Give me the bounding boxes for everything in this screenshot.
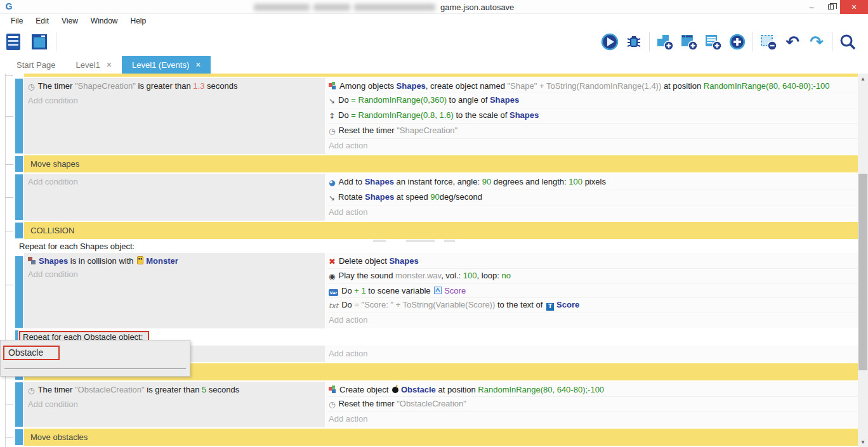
event-drag-bar[interactable] xyxy=(15,256,23,328)
event-block: COLLISION xyxy=(0,222,858,239)
action-line[interactable]: ↘Do = RandomInRange(0,360) to angle of S… xyxy=(327,93,858,108)
field-underline xyxy=(4,368,186,369)
actions-cell: Create object Obstacle at position Rando… xyxy=(325,382,858,427)
tree-tick xyxy=(5,116,13,117)
menu-file[interactable]: File xyxy=(5,15,29,27)
action-line[interactable]: ◷Reset the timer "ObstacleCreation" xyxy=(327,397,858,412)
scroll-down-icon[interactable]: ▼ xyxy=(858,437,868,447)
object-name-field[interactable]: Obstacle xyxy=(3,346,60,360)
search-icon[interactable] xyxy=(838,32,857,51)
event-drag-bar[interactable] xyxy=(15,174,23,220)
vertical-scrollbar[interactable]: ▲ ▼ xyxy=(858,74,868,447)
add-action-button[interactable]: Add action xyxy=(327,412,858,425)
debug-icon[interactable] xyxy=(624,32,643,51)
restore-icon xyxy=(828,4,834,10)
actions-cell: Add action xyxy=(325,346,858,362)
add-comment-icon[interactable] xyxy=(704,32,723,51)
timer-icon: ◷ xyxy=(329,125,335,138)
text-icon: txt xyxy=(329,299,338,313)
window-title-text: game.json.autosave xyxy=(440,3,514,12)
tab-close-icon[interactable]: × xyxy=(107,60,112,70)
scrollbar-thumb[interactable] xyxy=(858,174,867,370)
tree-tick xyxy=(5,285,13,285)
redo-icon[interactable]: ↷ xyxy=(807,32,826,51)
action-line[interactable]: Create object Obstacle at position Rando… xyxy=(327,383,858,397)
toolbar: ↶↷ xyxy=(0,28,868,56)
add-condition-button[interactable]: Add condition xyxy=(27,175,325,188)
tree-tick xyxy=(5,197,13,198)
window-title: game.json.autosave xyxy=(254,3,514,12)
action-line[interactable]: Among objects Shapes, create object name… xyxy=(327,79,858,93)
comment-sliver[interactable] xyxy=(24,74,858,77)
event-sheet: ◷The timer "ShapeCreation" is greater th… xyxy=(0,74,868,447)
tab-bar: Start PageLevel1×Level1 (Events)× xyxy=(0,56,868,74)
play-icon[interactable] xyxy=(600,32,619,51)
delete-icon: ✖ xyxy=(329,255,336,268)
action-line[interactable]: txtDo = "Score: " + ToString(Variable(Sc… xyxy=(327,298,858,313)
tab-close-icon[interactable]: × xyxy=(195,60,201,70)
comment-row[interactable]: COLLISION xyxy=(24,222,858,239)
repeat-header[interactable]: Repeat for each Shapes object: xyxy=(18,240,858,253)
action-line[interactable]: ◉Play the sound monster.wav, vol.: 100, … xyxy=(327,269,858,284)
menu-edit[interactable]: Edit xyxy=(30,15,55,27)
remove-event-icon[interactable] xyxy=(759,32,778,51)
action-line[interactable]: ↕Do = RandomInRange(0.8, 1.6) to the sca… xyxy=(327,108,858,124)
event-drag-bar[interactable] xyxy=(15,79,23,153)
menu-window[interactable]: Window xyxy=(85,15,124,27)
minimize-button[interactable]: – xyxy=(802,0,821,14)
actions-cell: ✖Delete object Shapes◉Play the sound mon… xyxy=(325,253,858,328)
menu-help[interactable]: Help xyxy=(125,15,152,27)
tab-level1-events-[interactable]: Level1 (Events)× xyxy=(122,56,211,74)
action-line[interactable]: VarDo + 1 to scene variable Score xyxy=(327,284,858,298)
add-action-button[interactable]: Add action xyxy=(327,139,858,152)
condition-line[interactable]: ◷The timer "ObstacleCreation" is greater… xyxy=(27,383,325,398)
rotate-icon: ↘ xyxy=(329,191,335,205)
redacted-path xyxy=(354,4,435,11)
event-block: Move obstacles xyxy=(0,429,858,446)
add-action-button[interactable]: Add action xyxy=(327,313,858,327)
timer-icon: ◷ xyxy=(28,81,34,94)
event-block: Add condition◕Add to Shapes an instant f… xyxy=(0,174,858,221)
add-subevent-icon[interactable] xyxy=(680,32,699,51)
menu-view[interactable]: View xyxy=(56,15,84,27)
action-line[interactable]: ↘Rotate Shapes at speed 90deg/second xyxy=(327,190,858,205)
event-row: ◷The timer "ShapeCreation" is greater th… xyxy=(24,78,858,154)
project-manager-icon[interactable] xyxy=(5,32,24,51)
action-line[interactable]: ◷Reset the timer "ShapeCreation" xyxy=(327,124,858,139)
event-row: ◷The timer "ObstacleCreation" is greater… xyxy=(24,382,858,427)
undo-icon[interactable]: ↶ xyxy=(783,32,802,51)
monster-icon xyxy=(137,256,143,264)
event-drag-bar[interactable] xyxy=(15,382,23,427)
close-button[interactable]: × xyxy=(840,0,868,14)
event-block xyxy=(0,74,858,77)
actions-cell: Among objects Shapes, create object name… xyxy=(325,78,858,154)
tab-start-page[interactable]: Start Page xyxy=(6,56,65,74)
tree-tick xyxy=(5,231,13,231)
action-line[interactable]: ✖Delete object Shapes xyxy=(327,254,858,269)
event-drag-bar[interactable] xyxy=(15,429,23,445)
add-condition-button[interactable]: Add condition xyxy=(27,268,325,281)
action-line[interactable]: ◕Add to Shapes an instant force, angle: … xyxy=(327,175,858,190)
scale-icon: ↕ xyxy=(329,110,335,123)
conditions-cell: Add condition xyxy=(24,174,325,221)
add-circle-icon[interactable] xyxy=(728,32,747,51)
event-drag-bar[interactable] xyxy=(15,156,23,172)
add-action-button[interactable]: Add action xyxy=(327,347,858,360)
add-condition-button[interactable]: Add condition xyxy=(27,398,325,411)
tab-level1[interactable]: Level1× xyxy=(65,56,122,74)
scroll-up-icon[interactable]: ▲ xyxy=(858,74,868,84)
variable-icon: Var xyxy=(329,289,338,296)
condition-line[interactable]: ◷The timer "ShapeCreation" is greater th… xyxy=(27,79,325,94)
event-row: Add condition◕Add to Shapes an instant f… xyxy=(24,174,858,221)
restore-button[interactable] xyxy=(821,0,840,14)
scene-editor-icon[interactable] xyxy=(30,32,49,51)
comment-row[interactable]: Move shapes xyxy=(24,155,858,172)
comment-row[interactable]: Move obstacles xyxy=(24,429,858,446)
add-event-icon[interactable] xyxy=(655,32,674,51)
event-drag-bar[interactable] xyxy=(15,223,23,238)
add-condition-button[interactable]: Add condition xyxy=(27,94,325,107)
condition-line[interactable]: Shapes is in collision with Monster xyxy=(27,254,325,268)
add-action-button[interactable]: Add action xyxy=(327,205,858,219)
shapes-icon xyxy=(28,257,36,264)
tree-tick xyxy=(5,75,13,76)
